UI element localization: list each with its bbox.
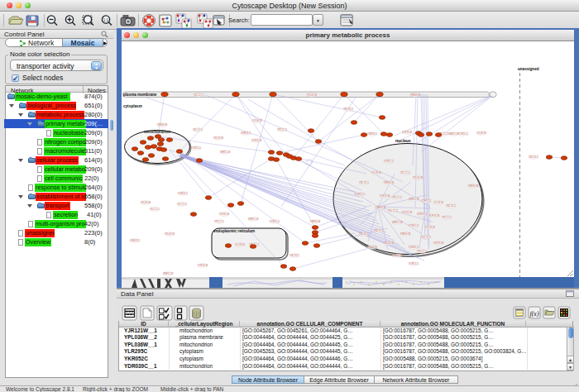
svg-text:YPL22-C: YPL22-C bbox=[442, 216, 451, 219]
svg-text:YLR30-W: YLR30-W bbox=[219, 213, 229, 216]
svg-text:YDL12-C: YDL12-C bbox=[194, 93, 203, 97]
svg-text:YBR04-W: YBR04-W bbox=[400, 232, 411, 236]
svg-text:YDL12-C: YDL12-C bbox=[388, 209, 398, 213]
svg-text:YLR30-W: YLR30-W bbox=[429, 214, 439, 218]
svg-text:YJL08-W: YJL08-W bbox=[425, 226, 435, 229]
svg-text:YJL08-W: YJL08-W bbox=[433, 201, 443, 204]
svg-text:YKL06-W: YKL06-W bbox=[402, 211, 412, 214]
svg-text:YOR15-C: YOR15-C bbox=[409, 224, 419, 227]
svg-text:YMR11-W: YMR11-W bbox=[392, 221, 403, 224]
svg-text:YOR15-C: YOR15-C bbox=[191, 146, 201, 150]
svg-text:YKL06-W: YKL06-W bbox=[413, 176, 423, 179]
svg-text:YBR04-W: YBR04-W bbox=[410, 93, 421, 97]
svg-text:YBR04-W: YBR04-W bbox=[310, 220, 321, 223]
svg-text:YBR04-W: YBR04-W bbox=[157, 123, 168, 127]
svg-text:YMR11-W: YMR11-W bbox=[392, 254, 403, 257]
svg-text:YNL33-C: YNL33-C bbox=[529, 155, 538, 159]
svg-text:YGR24-C: YGR24-C bbox=[355, 193, 365, 196]
svg-text:YGR24-C: YGR24-C bbox=[367, 132, 377, 136]
svg-text:nucleus: nucleus bbox=[395, 138, 411, 143]
svg-text:YJL08-W: YJL08-W bbox=[235, 243, 245, 246]
svg-text:YOR15-C: YOR15-C bbox=[270, 220, 280, 223]
svg-text:YKL06-W: YKL06-W bbox=[384, 241, 394, 245]
svg-text:YNL33-C: YNL33-C bbox=[374, 229, 384, 232]
svg-text:YNL33-C: YNL33-C bbox=[290, 254, 299, 257]
svg-text:YMR11-W: YMR11-W bbox=[409, 198, 419, 201]
svg-text:YMR11-W: YMR11-W bbox=[248, 218, 259, 221]
svg-text:mitochondrion: mitochondrion bbox=[144, 130, 170, 134]
svg-text:YNL33-C: YNL33-C bbox=[446, 204, 456, 208]
svg-text:unassigned: unassigned bbox=[518, 67, 539, 71]
svg-text:YPL22-C: YPL22-C bbox=[417, 250, 426, 253]
svg-text:YDL12-C: YDL12-C bbox=[421, 236, 431, 239]
svg-text:YKL06-W: YKL06-W bbox=[307, 93, 317, 97]
svg-text:YDL12-C: YDL12-C bbox=[400, 171, 410, 174]
svg-text:YDL12-C: YDL12-C bbox=[150, 208, 160, 211]
svg-text:f(x): f(x) bbox=[529, 310, 538, 318]
svg-text:YGR24-C: YGR24-C bbox=[417, 213, 427, 216]
svg-text:YPL22-C: YPL22-C bbox=[277, 128, 286, 131]
svg-text:YBR04-W: YBR04-W bbox=[376, 206, 386, 209]
svg-text:YKL06-W: YKL06-W bbox=[213, 136, 223, 140]
svg-text:YDL12-C: YDL12-C bbox=[193, 128, 203, 131]
svg-text:YGR24-C: YGR24-C bbox=[409, 246, 419, 249]
svg-text:YLR30-W: YLR30-W bbox=[198, 264, 208, 267]
svg-text:YLR30-W: YLR30-W bbox=[251, 139, 261, 142]
svg-text:YMR11-W: YMR11-W bbox=[448, 132, 459, 136]
svg-text:YMR11-W: YMR11-W bbox=[220, 151, 231, 154]
svg-text:YOR15-C: YOR15-C bbox=[409, 262, 419, 265]
svg-text:YJL08-W: YJL08-W bbox=[371, 171, 381, 174]
svg-text:YKL06-W: YKL06-W bbox=[141, 201, 151, 204]
svg-text:YBR04-W: YBR04-W bbox=[468, 184, 479, 188]
svg-text:1:1: 1:1 bbox=[103, 18, 109, 22]
svg-text:YPL22-C: YPL22-C bbox=[392, 196, 401, 199]
svg-text:plasma membrane: plasma membrane bbox=[123, 93, 157, 97]
svg-text:YOR15-C: YOR15-C bbox=[421, 199, 431, 203]
svg-text:YBR04-W: YBR04-W bbox=[384, 181, 395, 184]
svg-text:YKL06-W: YKL06-W bbox=[165, 232, 175, 236]
svg-text:YNL33-C: YNL33-C bbox=[343, 108, 353, 111]
svg-text:YGR24-C: YGR24-C bbox=[241, 131, 251, 135]
svg-text:YDL12-C: YDL12-C bbox=[177, 203, 187, 206]
svg-text:YLR30-W: YLR30-W bbox=[402, 131, 412, 134]
svg-text:YLR30-W: YLR30-W bbox=[433, 241, 443, 245]
svg-text:YJL08-W: YJL08-W bbox=[367, 246, 377, 249]
svg-text:cytoplasm: cytoplasm bbox=[123, 104, 142, 108]
svg-text:YOR15-C: YOR15-C bbox=[458, 132, 468, 136]
svg-text:YOR15-C: YOR15-C bbox=[384, 160, 394, 163]
svg-text:YGR24-C: YGR24-C bbox=[130, 239, 140, 242]
svg-text:YJL08-W: YJL08-W bbox=[252, 119, 262, 122]
svg-text:endoplasmic reticulum: endoplasmic reticulum bbox=[213, 229, 255, 233]
svg-text:YNL33-C: YNL33-C bbox=[359, 181, 369, 184]
svg-text:YPL22-C: YPL22-C bbox=[214, 220, 223, 223]
svg-text:YNL33-C: YNL33-C bbox=[359, 232, 369, 236]
svg-text:YJL08-W: YJL08-W bbox=[476, 131, 486, 135]
svg-text:YMR11-W: YMR11-W bbox=[163, 272, 174, 275]
svg-text:YGR24-C: YGR24-C bbox=[178, 192, 188, 195]
svg-text:YLR30-W: YLR30-W bbox=[380, 194, 390, 198]
